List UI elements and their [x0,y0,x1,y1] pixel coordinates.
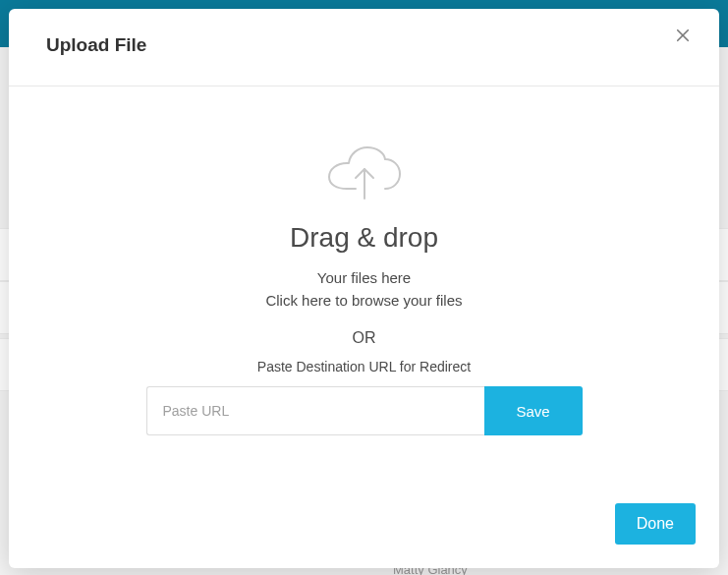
files-here-text: Your files here [317,267,411,290]
modal-body: Drag & drop Your files here Click here t… [9,86,719,503]
modal-header: Upload File [9,9,719,86]
modal-footer: Done [9,503,719,568]
upload-file-modal: Upload File Drag & drop Your files here … [9,9,719,568]
browse-files-link[interactable]: Click here to browse your files [265,290,462,313]
close-button[interactable] [672,25,694,46]
close-icon [674,27,692,44]
cloud-upload-icon [324,145,405,202]
url-input-row: Save [146,386,583,435]
save-button[interactable]: Save [484,386,583,435]
url-input[interactable] [146,386,484,435]
or-separator: OR [353,329,376,347]
drag-drop-title: Drag & drop [290,222,438,254]
done-button[interactable]: Done [615,503,696,545]
url-instruction-label: Paste Destination URL for Redirect [257,359,471,374]
modal-title: Upload File [46,34,146,56]
